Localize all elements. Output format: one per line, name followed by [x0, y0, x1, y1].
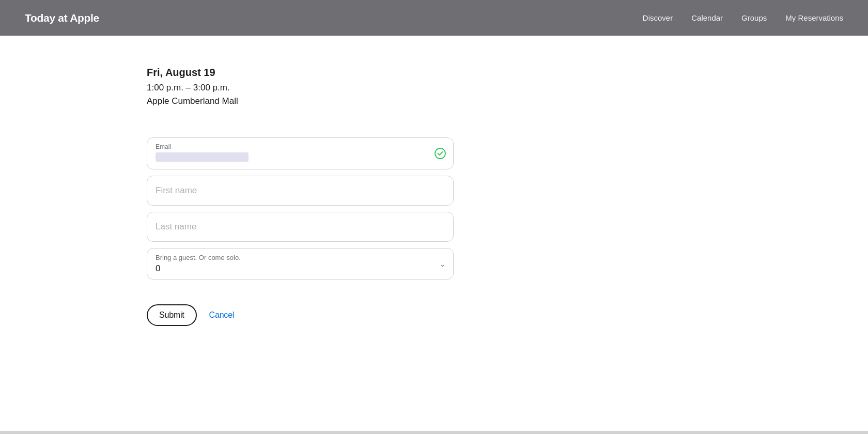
- email-field-wrapper: Email: [147, 137, 454, 169]
- guest-field-wrapper: Bring a guest. Or come solo. 0 ⌄: [147, 248, 454, 280]
- first-name-field[interactable]: [147, 176, 454, 206]
- guest-dropdown[interactable]: Bring a guest. Or come solo. 0 ⌄: [147, 248, 454, 280]
- event-info: Fri, August 19 1:00 p.m. – 3:00 p.m. App…: [147, 67, 508, 106]
- last-name-input[interactable]: [147, 212, 454, 242]
- first-name-input[interactable]: [147, 176, 454, 206]
- event-location: Apple Cumberland Mall: [147, 96, 508, 106]
- event-time: 1:00 p.m. – 3:00 p.m.: [147, 83, 508, 93]
- email-value-highlight: [156, 152, 249, 162]
- bottom-bar: [0, 431, 868, 434]
- nav-item-discover[interactable]: Discover: [643, 13, 673, 22]
- app-title: Today at Apple: [25, 12, 99, 24]
- app-header: Today at Apple Discover Calendar Groups …: [0, 0, 868, 36]
- email-valid-icon: [435, 148, 446, 159]
- email-input-container[interactable]: Email: [147, 137, 454, 169]
- cancel-button[interactable]: Cancel: [209, 311, 235, 320]
- nav-item-calendar[interactable]: Calendar: [691, 13, 723, 22]
- nav-item-my-reservations[interactable]: My Reservations: [785, 13, 843, 22]
- event-date: Fri, August 19: [147, 67, 508, 79]
- form-actions: Submit Cancel: [147, 304, 508, 357]
- nav-item-groups[interactable]: Groups: [741, 13, 767, 22]
- svg-point-0: [435, 148, 445, 159]
- guest-label: Bring a guest. Or come solo.: [156, 254, 430, 261]
- registration-form: Email Bring a guest. Or come: [147, 137, 508, 280]
- guest-count-value: 0: [156, 264, 160, 273]
- last-name-field[interactable]: [147, 212, 454, 242]
- email-label: Email: [156, 143, 430, 150]
- main-content: Fri, August 19 1:00 p.m. – 3:00 p.m. App…: [0, 36, 868, 434]
- chevron-down-icon: ⌄: [440, 260, 446, 268]
- content-wrapper: Fri, August 19 1:00 p.m. – 3:00 p.m. App…: [147, 67, 508, 357]
- submit-button[interactable]: Submit: [147, 304, 197, 326]
- header-nav: Discover Calendar Groups My Reservations: [643, 13, 843, 22]
